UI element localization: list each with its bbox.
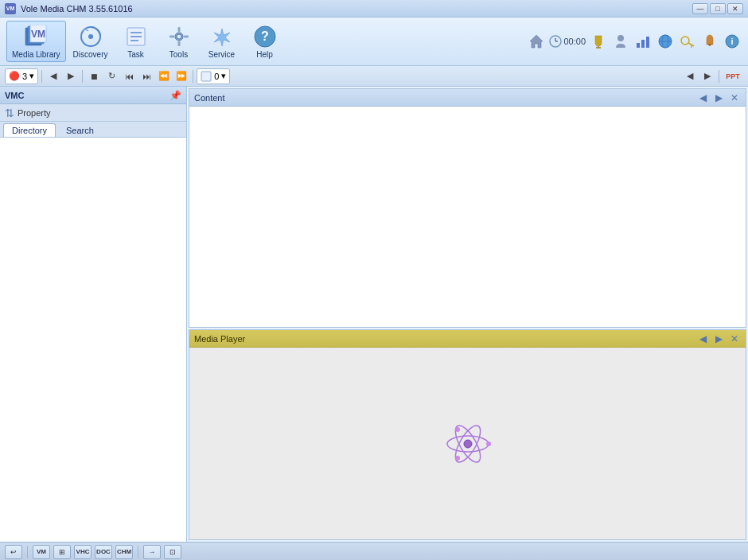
media-player-title: Media Player	[194, 334, 245, 344]
toolbar-service[interactable]: Service	[201, 21, 243, 62]
media-nav-back[interactable]: ◀	[696, 332, 709, 345]
separator2	[82, 70, 83, 83]
content-header: Content ◀ ▶ ✕	[189, 89, 746, 107]
status-btn-grid[interactable]: ⊞	[53, 545, 71, 559]
title-bar-controls: — □ ✕	[692, 3, 743, 14]
svg-point-5	[88, 34, 93, 39]
globe-icon[interactable]	[656, 32, 675, 51]
refresh-button[interactable]: ↻	[103, 68, 119, 84]
info-icon[interactable]: i	[723, 32, 742, 51]
svg-rect-24	[637, 43, 640, 48]
status-btn-back[interactable]: ↩	[5, 545, 22, 559]
media-close[interactable]: ✕	[728, 332, 741, 345]
svg-point-23	[617, 35, 624, 41]
ppt-button[interactable]: PPT	[723, 68, 743, 84]
svg-point-30	[681, 37, 689, 45]
svg-text:i: i	[730, 37, 733, 46]
nav3-button[interactable]: ⏮	[121, 68, 137, 84]
home-icon[interactable]	[527, 32, 546, 51]
media-library-icon: VM	[23, 24, 49, 49]
title-bar: VM Vole Media CHM 3.55.61016 — □ ✕	[0, 0, 748, 18]
help-label: Help	[256, 50, 273, 59]
svg-rect-34	[709, 45, 711, 46]
svg-text:?: ?	[261, 29, 269, 43]
nav6-button[interactable]: ⏩	[173, 68, 189, 84]
status-btn-arrow[interactable]: →	[143, 545, 161, 559]
status-btn-chm[interactable]: CHM	[115, 545, 133, 559]
media-player-body	[189, 348, 746, 539]
svg-rect-15	[184, 35, 189, 37]
toolbar-right-icons: 00:00 i	[527, 32, 742, 51]
content-controls: ◀ ▶ ✕	[696, 91, 741, 104]
separator1	[41, 70, 42, 83]
stop-button[interactable]: ⏹	[86, 68, 102, 84]
svg-point-44	[455, 456, 460, 461]
nav4-button[interactable]: ⏭	[138, 68, 154, 84]
tools-label: Tools	[169, 50, 188, 59]
key-icon[interactable]	[678, 32, 697, 51]
svg-rect-13	[177, 41, 180, 46]
next-page-button[interactable]: ▶	[699, 68, 715, 84]
toolbar-help[interactable]: ? Help	[244, 21, 286, 62]
panel-pin-button[interactable]: 📌	[169, 90, 181, 101]
file-dropdown-arrow: ▾	[221, 71, 226, 81]
content-body	[189, 107, 746, 327]
title-bar-left: VM Vole Media CHM 3.55.61016	[5, 3, 133, 14]
number-dropdown[interactable]: 🔴 3 ▾	[5, 68, 38, 84]
tabs-row: Directory Search	[0, 122, 186, 138]
chart-icon[interactable]	[633, 32, 653, 51]
service-label: Service	[208, 50, 235, 59]
toolbar-tools[interactable]: Tools	[158, 21, 200, 62]
media-player-header: Media Player ◀ ▶ ✕	[189, 330, 746, 348]
tab-search[interactable]: Search	[57, 123, 103, 137]
trophy-icon[interactable]	[589, 32, 608, 51]
toolbar-media-library[interactable]: VM Media Library	[6, 21, 66, 62]
media-library-label: Media Library	[12, 50, 60, 59]
media-player-area: Media Player ◀ ▶ ✕	[189, 329, 746, 540]
panel-header: VMC 📌	[0, 87, 186, 104]
property-label: Property	[18, 108, 51, 118]
panel-content	[0, 138, 186, 542]
svg-point-38	[464, 440, 472, 448]
close-button[interactable]: ✕	[727, 3, 743, 14]
svg-rect-26	[646, 37, 649, 48]
property-collapse-button[interactable]: ⇅	[5, 107, 14, 119]
prev-page-button[interactable]: ◀	[682, 68, 698, 84]
toolbar-discovery[interactable]: Discovery	[68, 21, 114, 62]
tab-directory[interactable]: Directory	[3, 123, 56, 137]
tools-icon	[166, 24, 192, 49]
nav5-button[interactable]: ⏪	[156, 68, 172, 84]
left-panel: VMC 📌 ⇅ Property Directory Search	[0, 87, 187, 542]
content-close[interactable]: ✕	[728, 91, 741, 104]
timer-value: 00:00	[563, 37, 586, 46]
content-nav-back[interactable]: ◀	[696, 91, 709, 104]
svg-point-11	[177, 34, 181, 39]
status-btn-vhc[interactable]: VHC	[74, 545, 92, 559]
minimize-button[interactable]: —	[692, 3, 708, 14]
forward-button[interactable]: ▶	[63, 68, 79, 84]
main-layout: VMC 📌 ⇅ Property Directory Search Conten…	[0, 87, 748, 542]
toolbar-task[interactable]: Task	[115, 21, 157, 62]
number-value: 🔴	[9, 71, 20, 81]
svg-text:VM: VM	[31, 29, 45, 40]
panel-title: VMC	[5, 91, 24, 100]
window-title: Vole Media CHM 3.55.61016	[21, 4, 133, 14]
media-player-controls: ◀ ▶ ✕	[696, 332, 741, 345]
file-dropdown[interactable]: 0 ▾	[197, 68, 230, 84]
timer-display[interactable]: 00:00	[549, 35, 586, 48]
back-button[interactable]: ◀	[45, 68, 61, 84]
person-icon[interactable]	[611, 32, 630, 51]
svg-rect-14	[169, 35, 174, 37]
status-btn-box[interactable]: ⊡	[164, 545, 181, 559]
bell-icon[interactable]	[700, 32, 719, 51]
app-icon: VM	[5, 3, 16, 14]
svg-rect-12	[177, 27, 180, 32]
status-btn-doc[interactable]: DOC	[95, 545, 112, 559]
content-nav-forward[interactable]: ▶	[712, 91, 725, 104]
right-panel: Content ◀ ▶ ✕ Media Player ◀ ▶ ✕	[187, 87, 748, 542]
status-btn-vm[interactable]: VM	[33, 545, 50, 559]
svg-rect-25	[641, 40, 645, 48]
status-bar: ↩ VM ⊞ VHC DOC CHM → ⊡	[0, 542, 748, 560]
maximize-button[interactable]: □	[710, 3, 726, 14]
media-nav-forward[interactable]: ▶	[712, 332, 725, 345]
